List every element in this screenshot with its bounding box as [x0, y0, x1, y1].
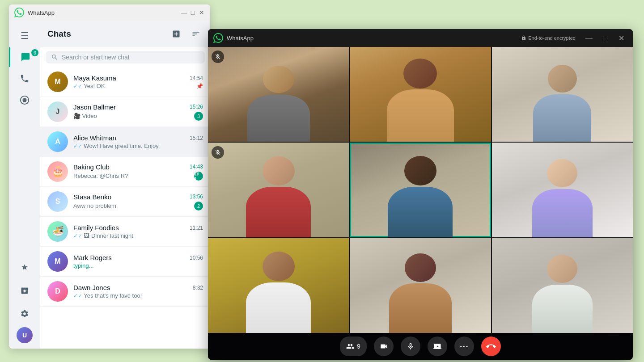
whatsapp-background-window: WhatsApp — □ ✕ ☰ 3 ★: [9, 4, 210, 349]
chat-info-baking: Baking Club 14:43 Rebecca: @Chris R? @ 1: [73, 163, 203, 181]
chat-header-icons: [169, 27, 203, 41]
chat-item-alice[interactable]: A Alice Whitman 15:12 ✓✓ Wow! Have great…: [40, 127, 210, 157]
participants-button[interactable]: 9: [340, 337, 367, 356]
microphone-icon: [407, 342, 415, 350]
titlebar-controls: — □ ✕: [181, 9, 205, 16]
search-input[interactable]: [62, 54, 199, 61]
filter-button[interactable]: [189, 27, 203, 41]
chat-item-dawn[interactable]: D Dawn Jones 8:32 ✓✓ Yes that's my fave …: [40, 277, 210, 307]
encryption-text: End-to-end encrypted: [528, 35, 576, 41]
sidebar-item-chats[interactable]: 3: [9, 47, 40, 67]
encryption-badge: End-to-end encrypted: [521, 35, 576, 41]
chat-name-jason: Jason Ballmer: [73, 103, 116, 111]
chat-name-maya: Maya Kasuma: [73, 74, 116, 82]
call-titlebar: WhatsApp End-to-end encrypted — □ ✕: [208, 29, 633, 47]
video-cell-2: [350, 47, 491, 142]
sidebar-bottom: ★ U: [15, 257, 34, 343]
call-controls-bar: 9 ···: [208, 333, 633, 360]
chat-preview-alice: ✓✓ Wow! Have great time. Enjoy.: [73, 143, 160, 149]
chat-info-family: Family Foodies 11:21 ✓✓ 🖼 Dinner last ni…: [73, 224, 203, 239]
chat-name-stasa: Stasa Benko: [73, 193, 111, 201]
chat-item-maya[interactable]: M Maya Kasuma 14:54 ✓✓ Yes! OK 📌: [40, 67, 210, 97]
mute-indicator-1: [212, 51, 224, 63]
chat-preview-family: ✓✓ 🖼 Dinner last night: [73, 232, 133, 239]
sidebar-menu-icon[interactable]: ☰: [15, 26, 34, 46]
chat-time-mark: 10:56: [190, 255, 203, 261]
chat-item-stasa[interactable]: S Stasa Benko 13:56 Aww no problem. 2: [40, 187, 210, 217]
mute-toggle-button[interactable]: [401, 337, 420, 356]
chats-badge: 3: [31, 49, 38, 56]
chat-time-jason: 15:26: [190, 104, 203, 110]
unread-mention-baking: @ 1: [194, 172, 203, 181]
maximize-button[interactable]: □: [190, 9, 196, 16]
chat-preview-stasa: Aww no problem.: [73, 202, 118, 209]
chat-info-mark: Mark Rogers 10:56 typing...: [73, 254, 203, 269]
participants-icon: [346, 342, 354, 350]
chat-item-mark[interactable]: M Mark Rogers 10:56 typing...: [40, 247, 210, 277]
chat-info-dawn: Dawn Jones 8:32 ✓✓ Yes that's my fave to…: [73, 284, 203, 299]
chat-name-family: Family Foodies: [73, 224, 119, 232]
chat-time-baking: 14:43: [190, 164, 203, 170]
user-avatar[interactable]: U: [17, 327, 33, 343]
end-call-icon: [486, 341, 496, 351]
video-cell-4: [208, 143, 349, 237]
chat-info-stasa: Stasa Benko 13:56 Aww no problem. 2: [73, 193, 203, 210]
more-options-button[interactable]: ···: [454, 337, 474, 356]
sidebar-item-calls[interactable]: [15, 69, 34, 88]
video-cell-3: [492, 47, 633, 142]
mute-indicator-4: [212, 146, 224, 159]
sidebar-starred-icon[interactable]: ★: [15, 257, 34, 277]
video-cell-9: [492, 238, 633, 333]
video-cell-5: [350, 143, 491, 237]
avatar-maya: M: [47, 72, 68, 92]
call-maximize-button[interactable]: □: [599, 32, 611, 44]
app-title: WhatsApp: [28, 9, 177, 16]
chat-preview-mark: typing...: [73, 262, 94, 269]
chat-item-family[interactable]: 🍜 Family Foodies 11:21 ✓✓ 🖼 Dinner last …: [40, 217, 210, 247]
chat-item-baking[interactable]: 🎂 Baking Club 14:43 Rebecca: @Chris R? @…: [40, 157, 210, 187]
video-call-window: WhatsApp End-to-end encrypted — □ ✕: [208, 29, 633, 360]
titlebar-background: WhatsApp — □ ✕: [9, 4, 210, 21]
sidebar-settings-icon[interactable]: [15, 304, 34, 324]
screen-share-icon: [433, 342, 441, 350]
call-minimize-button[interactable]: —: [583, 32, 595, 44]
screen-share-button[interactable]: [428, 337, 447, 356]
call-app-title: WhatsApp: [227, 35, 517, 42]
chat-name-mark: Mark Rogers: [73, 254, 112, 261]
chat-info-alice: Alice Whitman 15:12 ✓✓ Wow! Have great t…: [73, 134, 203, 149]
avatar-stasa: S: [47, 191, 68, 212]
sidebar-item-status[interactable]: [15, 90, 34, 110]
pin-icon-maya: 📌: [196, 83, 203, 89]
chat-time-family: 11:21: [190, 225, 203, 231]
video-cell-1: [208, 47, 349, 142]
video-toggle-button[interactable]: [374, 337, 394, 356]
search-icon: [51, 54, 58, 61]
avatar-family: 🍜: [47, 221, 68, 242]
call-close-button[interactable]: ✕: [615, 32, 627, 44]
end-call-button[interactable]: [481, 337, 501, 356]
chat-time-stasa: 13:56: [190, 194, 203, 200]
search-bar: [40, 47, 210, 67]
video-cell-6: [492, 143, 633, 237]
chats-title: Chats: [47, 29, 71, 39]
chat-preview-maya: ✓✓ Yes! OK: [73, 83, 105, 89]
chat-info-jason: Jason Ballmer 15:26 🎥 Video 3: [73, 103, 203, 121]
unread-badge-stasa: 2: [194, 202, 203, 210]
chat-time-maya: 14:54: [190, 75, 203, 81]
chat-name-dawn: Dawn Jones: [73, 284, 110, 291]
chat-name-baking: Baking Club: [73, 163, 110, 171]
chat-item-jason[interactable]: J Jason Ballmer 15:26 🎥 Video 3: [40, 97, 210, 127]
video-cell-8: [350, 238, 491, 333]
new-chat-button[interactable]: [169, 27, 183, 41]
video-cell-7: [208, 238, 349, 333]
chat-list: M Maya Kasuma 14:54 ✓✓ Yes! OK 📌: [40, 67, 210, 346]
close-button[interactable]: ✕: [199, 9, 205, 16]
sidebar: ☰ 3 ★: [9, 21, 40, 349]
chats-header: Chats: [40, 21, 210, 47]
chat-info-maya: Maya Kasuma 14:54 ✓✓ Yes! OK 📌: [73, 74, 203, 89]
sidebar-archived-icon[interactable]: [15, 281, 34, 300]
chat-preview-dawn: ✓✓ Yes that's my fave too!: [73, 292, 142, 299]
minimize-button[interactable]: —: [181, 9, 187, 16]
chat-time-dawn: 8:32: [193, 285, 203, 291]
chat-main-area: Chats: [40, 21, 210, 349]
